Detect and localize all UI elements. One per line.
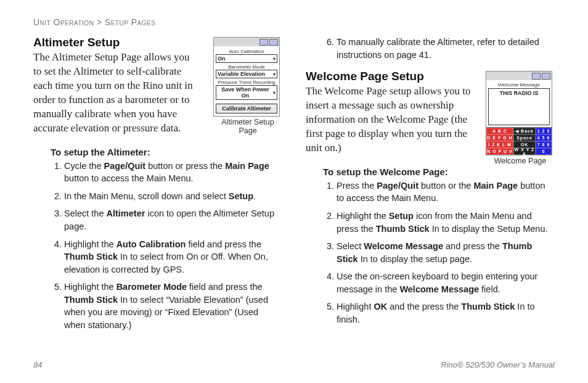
keyboard-key: I J K L M xyxy=(486,141,513,148)
keyboard-key: N O P U V xyxy=(486,148,513,155)
welcome-figure: Welcome Message THIS RADIO IS A B CD E F… xyxy=(486,71,555,165)
altimeter-intro: The Altimeter Setup Page allows you to s… xyxy=(33,51,200,136)
list-item: To manually calibrate the Altimeter, ref… xyxy=(337,36,555,61)
keyboard-key: 4 5 6 xyxy=(536,134,552,141)
list-item: Highlight OK and the press the Thumb Sti… xyxy=(337,300,555,326)
window-icon xyxy=(259,39,268,46)
list-item: In the Main Menu, scroll down and select… xyxy=(64,190,282,203)
chevron-down-icon: ▾ xyxy=(273,72,276,77)
auto-cal-field: On▾ xyxy=(216,54,277,63)
altimeter-steps: Cycle the Page/Quit button or press the … xyxy=(33,160,282,332)
welcome-steps-title: To setup the Welcome Page: xyxy=(323,167,555,177)
list-item: Cycle the Page/Quit button or press the … xyxy=(64,160,282,185)
altimeter-figure-caption: Altimeter Setup Page xyxy=(213,118,282,135)
auto-cal-label: Auto Calibration xyxy=(216,49,277,54)
welcome-intro: The Welcome Page setup allows you to ins… xyxy=(306,84,478,155)
list-item: Highlight the Barometer Mode field and p… xyxy=(64,281,282,331)
keyboard-key: W X Y Z & xyxy=(513,148,536,155)
keyboard-key: ◀ Back xyxy=(513,128,536,134)
baro-label: Barometer Mode xyxy=(216,64,277,70)
chevron-down-icon: ▾ xyxy=(273,90,276,96)
list-item: Highlight the Auto Calibration field and… xyxy=(64,238,282,276)
altimeter-step-6: To manually calibrate the Altimeter, ref… xyxy=(306,36,555,61)
keyboard-key: 1 2 3 xyxy=(536,128,552,134)
breadcrumb: Unit Operation > Setup Pages xyxy=(33,17,555,27)
close-icon xyxy=(542,73,550,80)
calibrate-button: Calibrate Altimeter xyxy=(216,104,277,113)
altimeter-figure: Auto Calibration On▾ Barometer Mode Vari… xyxy=(213,37,282,135)
list-item: Select the Altimeter icon to open the Al… xyxy=(64,207,282,233)
welcome-steps: Press the Page/Quit button or the Main P… xyxy=(306,179,555,326)
list-item: Use the on-screen keyboard to begin ente… xyxy=(337,270,555,295)
keyboard-key: Space xyxy=(513,134,536,141)
keyboard-key: 7 8 9 xyxy=(536,141,552,148)
welcome-heading: Welcome Page Setup xyxy=(306,70,478,83)
page-number: 84 xyxy=(33,360,42,369)
welcome-msg-label: Welcome Message xyxy=(488,82,550,88)
left-column: Altimeter Setup The Altimeter Setup Page… xyxy=(33,36,282,337)
keyboard-key: A B C xyxy=(486,128,513,134)
baro-field: Variable Elevation▾ xyxy=(216,70,277,78)
altimeter-heading: Altimeter Setup xyxy=(33,36,200,49)
keyboard-key: 0 xyxy=(536,148,552,155)
keyboard-key: D E F G H xyxy=(486,134,513,141)
list-item: Select Welcome Message and press the Thu… xyxy=(337,240,555,265)
manual-title: Rino® 520/530 Owner’s Manual xyxy=(441,360,555,369)
trend-field: Save When Power On▾ xyxy=(216,85,277,100)
window-icon xyxy=(532,73,541,80)
right-column: To manually calibrate the Altimeter, ref… xyxy=(306,36,555,337)
close-icon xyxy=(269,39,278,46)
chevron-down-icon: ▾ xyxy=(273,56,276,62)
welcome-msg-text: THIS RADIO IS xyxy=(488,88,550,125)
list-item: Highlight the Setup icon from the Main M… xyxy=(337,210,555,235)
trend-label: Pressure Trend Recording xyxy=(216,80,277,85)
list-item: Press the Page/Quit button or the Main P… xyxy=(337,179,555,205)
onscreen-keyboard: A B CD E F G HI J K L MN O P U V ◀ BackS… xyxy=(486,127,552,155)
welcome-figure-caption: Welcome Page xyxy=(486,157,555,165)
altimeter-steps-title: To setup the Altimeter: xyxy=(51,147,282,157)
